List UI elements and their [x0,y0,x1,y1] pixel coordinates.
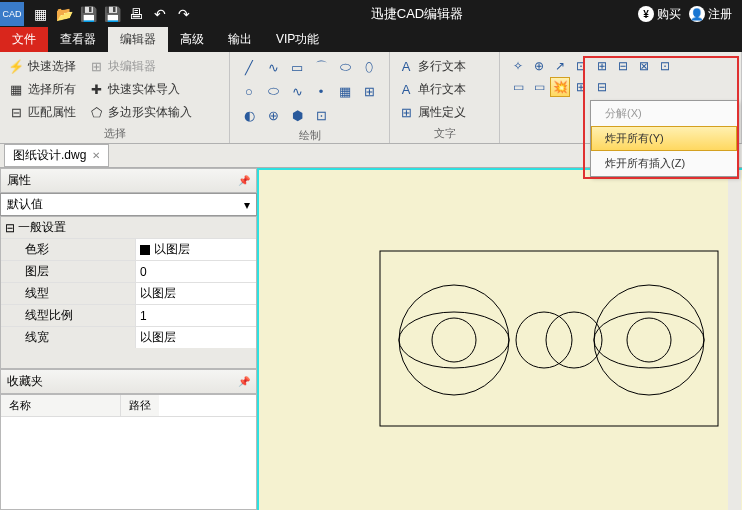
titlebar: CAD ▦ 📂 💾 💾 🖶 ↶ ↷ 迅捷CAD编辑器 ¥购买 👤注册 [0,0,742,28]
menu-explode-all-insert[interactable]: 炸开所有插入(Z) [591,151,737,176]
poly-icon: ⬠ [88,104,104,120]
tab-editor[interactable]: 编辑器 [108,27,168,52]
drawing-canvas[interactable] [257,168,742,510]
favorites-body: 名称 路径 [0,394,257,510]
group-label-select: 选择 [8,124,221,143]
mtext-button[interactable]: A多行文本 [398,56,466,76]
line-icon[interactable]: ╱ [238,56,260,78]
undo-icon[interactable]: ↶ [148,2,172,26]
quick-select-button[interactable]: ⚡快速选择 [8,56,76,76]
e9-icon[interactable]: ▭ [508,77,528,97]
tab-vip[interactable]: VIP功能 [264,27,331,52]
app-logo: CAD [0,2,24,26]
rect-icon[interactable]: ▭ [286,56,308,78]
e10-icon[interactable]: ▭ [529,77,549,97]
tab-advanced[interactable]: 高级 [168,27,216,52]
spline-icon[interactable]: ∿ [286,80,308,102]
new-icon[interactable]: ▦ [28,2,52,26]
prop-ltscale[interactable]: 线型比例1 [1,304,256,326]
saveas-icon[interactable]: 💾 [100,2,124,26]
polyline-icon[interactable]: ∿ [262,56,284,78]
register-link[interactable]: 👤注册 [689,6,732,23]
tab-output[interactable]: 输出 [216,27,264,52]
group-label-text: 文字 [398,124,491,143]
block-editor-icon: ⊞ [88,58,104,74]
document-tab[interactable]: 图纸设计.dwg ✕ [4,144,109,167]
pin-icon[interactable]: 📌 [238,376,250,387]
prop-lineweight[interactable]: 线宽以图层 [1,326,256,348]
open-icon[interactable]: 📂 [52,2,76,26]
e2-icon[interactable]: ⊕ [529,56,549,76]
match-icon: ⊟ [8,104,24,120]
quick-entity-import-button[interactable]: ✚快速实体导入 [88,79,192,99]
svg-point-8 [627,318,671,362]
ribbon-tabs: 文件 查看器 编辑器 高级 输出 VIP功能 [0,28,742,52]
e5-icon[interactable]: ⊞ [592,56,612,76]
select-all-button[interactable]: ▦选择所有 [8,79,76,99]
arc-icon[interactable]: ⌒ [310,56,332,78]
prop-color[interactable]: 色彩以图层 [1,238,256,260]
svg-point-3 [432,318,476,362]
quick-access-toolbar: ▦ 📂 💾 💾 🖶 ↶ ↷ [26,2,196,26]
e1-icon[interactable]: ✧ [508,56,528,76]
tab-viewer[interactable]: 查看器 [48,27,108,52]
tab-file[interactable]: 文件 [0,27,48,52]
close-tab-icon[interactable]: ✕ [92,150,100,161]
tool16-icon[interactable]: ⊡ [310,104,332,126]
print-icon[interactable]: 🖶 [124,2,148,26]
redo-icon[interactable]: ↷ [172,2,196,26]
tool6-icon[interactable]: ⬯ [358,56,380,78]
coin-icon: ¥ [638,6,654,22]
match-props-button[interactable]: ⊟匹配属性 [8,102,76,122]
group-label-draw: 绘制 [238,126,381,145]
svg-point-2 [399,312,509,368]
mtext-icon: A [398,58,414,74]
attr-icon: ⊞ [398,104,414,120]
text-icon: A [398,81,414,97]
explode-dropdown: 分解(X) 炸开所有(Y) 炸开所有插入(Z) [590,100,738,177]
tool14-icon[interactable]: ⊕ [262,104,284,126]
tool15-icon[interactable]: ⬢ [286,104,308,126]
attrdef-button[interactable]: ⊞属性定义 [398,102,466,122]
menu-explode[interactable]: 分解(X) [591,101,737,126]
svg-point-6 [594,285,704,395]
prop-layer[interactable]: 图层0 [1,260,256,282]
e12-icon[interactable]: ⊞ [571,77,591,97]
e4-icon[interactable]: ⊡ [571,56,591,76]
category-general[interactable]: ⊟一般设置 [1,217,256,238]
left-dock: 属性 📌 默认值 ▾ ⊟一般设置 色彩以图层 图层0 线型以图层 线型比例1 线… [0,168,257,510]
e6-icon[interactable]: ⊟ [613,56,633,76]
ellipse-icon[interactable]: ⬭ [262,80,284,102]
point-icon[interactable]: • [310,80,332,102]
e13-icon[interactable]: ⊟ [592,77,612,97]
menu-explode-all[interactable]: 炸开所有(Y) [591,126,737,151]
tool13-icon[interactable]: ◐ [238,104,260,126]
text-button[interactable]: A单行文本 [398,79,466,99]
favorites-panel-header[interactable]: 收藏夹 📌 [0,369,257,394]
explode-dropdown-icon[interactable]: 💥 [550,77,570,97]
hatch-icon[interactable]: ▦ [334,80,356,102]
draw-tools-grid: ╱ ∿ ▭ ⌒ ⬭ ⬯ ○ ⬭ ∿ • ▦ ⊞ ◐ ⊕ ⬢ ⊡ [238,56,380,126]
properties-panel-header[interactable]: 属性 📌 [0,168,257,193]
e3-icon[interactable]: ↗ [550,56,570,76]
buy-link[interactable]: ¥购买 [638,6,681,23]
circle-icon[interactable]: ○ [238,80,260,102]
e7-icon[interactable]: ⊠ [634,56,654,76]
svg-point-7 [594,312,704,368]
import-icon: ✚ [88,81,104,97]
color-swatch [140,245,150,255]
poly-entity-import-button[interactable]: ⬠多边形实体输入 [88,102,192,122]
workspace: 属性 📌 默认值 ▾ ⊟一般设置 色彩以图层 图层0 线型以图层 线型比例1 线… [0,168,742,510]
prop-linetype[interactable]: 线型以图层 [1,282,256,304]
pin-icon[interactable]: 📌 [238,175,250,186]
save-icon[interactable]: 💾 [76,2,100,26]
user-icon: 👤 [689,6,705,22]
tool12-icon[interactable]: ⊞ [358,80,380,102]
default-combo[interactable]: 默认值 ▾ [0,193,257,216]
tool5-icon[interactable]: ⬭ [334,56,356,78]
col-path[interactable]: 路径 [121,395,159,416]
block-editor-button: ⊞块编辑器 [88,56,192,76]
vertical-scrollbar[interactable] [728,170,741,510]
e8-icon[interactable]: ⊡ [655,56,675,76]
col-name[interactable]: 名称 [1,395,121,416]
